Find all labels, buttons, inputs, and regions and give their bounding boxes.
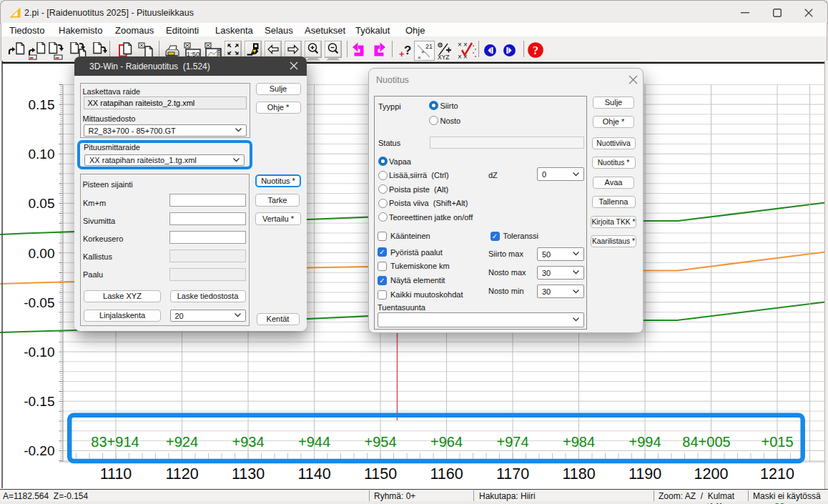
svg-text:1190: 1190 [629,465,661,483]
svg-text:+964: +964 [430,434,463,450]
svg-text:×: × [418,54,421,61]
svg-text:×: × [463,41,468,49]
svg-text:1210: 1210 [760,465,794,483]
svg-text:1120: 1120 [165,465,198,483]
svg-text:+924: +924 [166,434,198,450]
svg-text:1110: 1110 [100,465,132,483]
svg-text:?: ? [404,44,411,57]
svg-text:0.05: 0.05 [29,196,55,211]
svg-text:1180: 1180 [562,465,595,483]
svg-text:XYZ: XYZ [438,54,450,61]
svg-text:+954: +954 [364,434,396,450]
svg-text:+934: +934 [232,434,264,450]
svg-text:×: × [421,49,425,55]
svg-text:21: 21 [425,43,433,50]
svg-text:+015: +015 [761,434,793,450]
svg-text:0.15: 0.15 [29,97,55,112]
svg-text:1140: 1140 [297,465,330,483]
svg-text:×: × [458,41,462,49]
svg-text:+994: +994 [629,434,661,450]
svg-text:1130: 1130 [232,465,265,483]
svg-text:+974: +974 [496,434,528,450]
svg-text:1150: 1150 [364,465,397,483]
svg-text:+984: +984 [563,434,595,450]
svg-text:84+005: 84+005 [682,434,730,450]
svg-text:0.10: 0.10 [29,147,55,162]
svg-text:-0.15: -0.15 [24,394,54,409]
svg-text:1170: 1170 [496,465,529,483]
svg-text:×: × [458,53,462,61]
svg-text:?: ? [533,44,538,56]
svg-text:-0.10: -0.10 [24,345,54,360]
svg-text:83+914: 83+914 [91,434,139,450]
svg-text:+944: +944 [298,434,330,450]
svg-text:-0.05: -0.05 [24,295,54,310]
svg-text:1160: 1160 [430,465,463,483]
svg-text:0.00: 0.00 [29,246,55,261]
svg-text:-0.20: -0.20 [24,443,54,458]
svg-text:1200: 1200 [694,465,729,483]
